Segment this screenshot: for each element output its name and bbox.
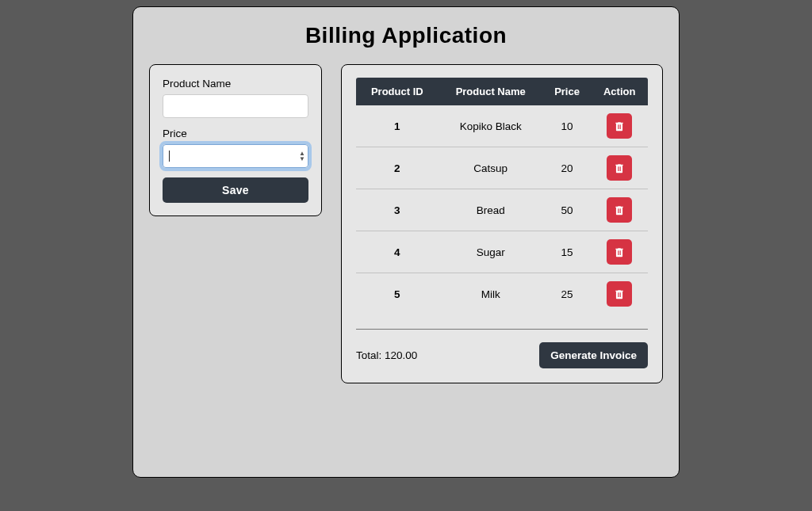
delete-button[interactable] xyxy=(607,113,632,139)
number-spinner[interactable]: ▲ ▼ xyxy=(299,151,305,162)
app-container: Billing Application Product Name Price ▲… xyxy=(132,6,680,478)
table-header-row: Product ID Product Name Price Action xyxy=(356,78,648,105)
cell-action xyxy=(591,231,648,273)
trash-icon xyxy=(614,204,625,216)
trash-icon xyxy=(614,288,625,300)
save-button[interactable]: Save xyxy=(163,177,308,203)
cell-product-name: Milk xyxy=(439,273,543,315)
table-footer: Total: 120.00 Generate Invoice xyxy=(356,329,648,368)
cell-price: 20 xyxy=(543,147,592,189)
delete-button[interactable] xyxy=(607,197,632,223)
cell-product-name: Kopiko Black xyxy=(439,105,543,147)
total-text: Total: 120.00 xyxy=(356,349,417,361)
product-form-card: Product Name Price ▲ ▼ Save xyxy=(149,64,322,216)
table-row: 2Catsup20 xyxy=(356,147,648,189)
cell-product-id: 2 xyxy=(356,147,439,189)
cell-product-id: 5 xyxy=(356,273,439,315)
chevron-down-icon[interactable]: ▼ xyxy=(299,156,305,162)
cell-price: 10 xyxy=(543,105,592,147)
header-product-id: Product ID xyxy=(356,78,439,105)
app-title: Billing Application xyxy=(149,23,663,48)
price-input-wrap: ▲ ▼ xyxy=(163,144,308,168)
header-price: Price xyxy=(543,78,592,105)
cell-action xyxy=(591,147,648,189)
trash-icon xyxy=(614,246,625,258)
delete-button[interactable] xyxy=(607,281,632,307)
cell-product-name: Sugar xyxy=(439,231,543,273)
trash-icon xyxy=(614,120,625,132)
product-table: Product ID Product Name Price Action 1Ko… xyxy=(356,78,648,315)
cell-price: 15 xyxy=(543,231,592,273)
product-table-card: Product ID Product Name Price Action 1Ko… xyxy=(341,64,663,383)
delete-button[interactable] xyxy=(607,155,632,181)
table-row: 5Milk25 xyxy=(356,273,648,315)
price-label: Price xyxy=(163,128,308,139)
table-row: 4Sugar15 xyxy=(356,231,648,273)
product-name-label: Product Name xyxy=(163,78,308,90)
cell-price: 50 xyxy=(543,189,592,231)
cell-action xyxy=(591,105,648,147)
price-input[interactable] xyxy=(163,144,308,168)
table-row: 1Kopiko Black10 xyxy=(356,105,648,147)
cell-product-name: Bread xyxy=(439,189,543,231)
total-value: 120.00 xyxy=(385,349,417,361)
cell-product-id: 4 xyxy=(356,231,439,273)
header-action: Action xyxy=(591,78,648,105)
content-row: Product Name Price ▲ ▼ Save Product ID P… xyxy=(149,64,663,383)
text-cursor xyxy=(169,151,170,162)
trash-icon xyxy=(614,162,625,174)
cell-action xyxy=(591,273,648,315)
delete-button[interactable] xyxy=(607,239,632,265)
cell-price: 25 xyxy=(543,273,592,315)
header-product-name: Product Name xyxy=(439,78,543,105)
total-label: Total: xyxy=(356,349,381,361)
cell-action xyxy=(591,189,648,231)
cell-product-id: 3 xyxy=(356,189,439,231)
table-row: 3Bread50 xyxy=(356,189,648,231)
cell-product-name: Catsup xyxy=(439,147,543,189)
generate-invoice-button[interactable]: Generate Invoice xyxy=(539,342,648,368)
cell-product-id: 1 xyxy=(356,105,439,147)
product-name-input[interactable] xyxy=(163,94,308,118)
